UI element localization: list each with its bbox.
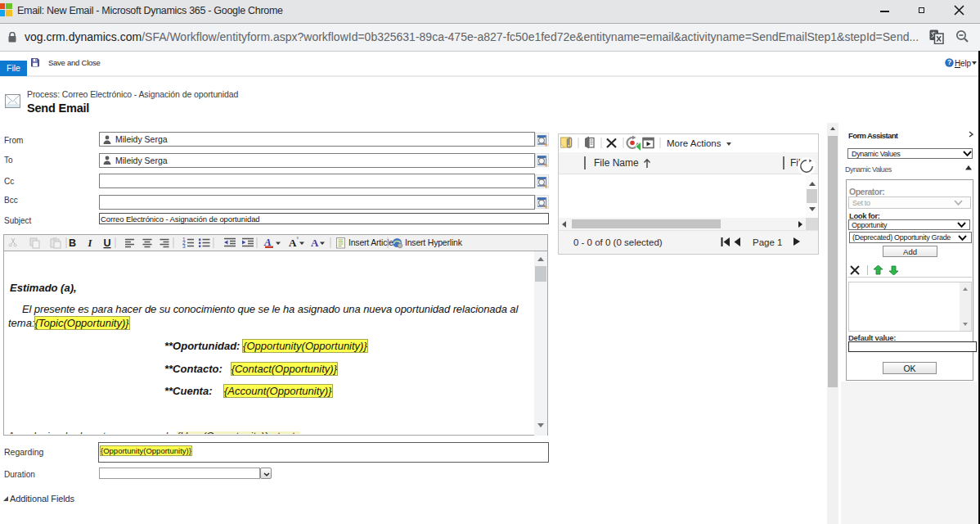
svg-text:Insert Hyperlink: Insert Hyperlink xyxy=(405,237,463,247)
svg-text:3: 3 xyxy=(182,243,186,249)
svg-text:B: B xyxy=(69,237,76,249)
svg-text:U: U xyxy=(104,237,111,249)
svg-text:A: A xyxy=(311,237,319,249)
svg-text:I: I xyxy=(88,237,93,249)
svg-text:?: ? xyxy=(947,58,951,66)
svg-text:A: A xyxy=(289,237,297,249)
svg-text:°: ° xyxy=(297,237,299,242)
svg-text:Insert Article: Insert Article xyxy=(348,237,393,247)
